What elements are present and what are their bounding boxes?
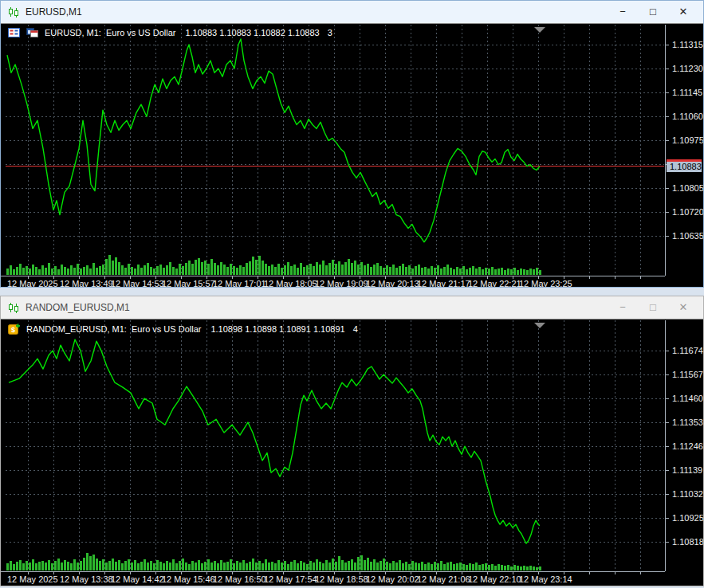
volume-bar <box>22 268 25 275</box>
volume-bar <box>207 264 210 275</box>
volume-bar <box>386 265 388 275</box>
volume-bar <box>539 270 541 275</box>
volume-bar <box>472 564 474 570</box>
price-line-series <box>9 339 540 543</box>
time-tick-label: 12 May 17:54 <box>264 574 317 584</box>
close-button[interactable]: ✕ <box>668 297 698 318</box>
time-tick-label: 12 May 22:10 <box>468 574 521 584</box>
volume-bar <box>220 262 222 275</box>
volume-bar <box>191 264 194 275</box>
volume-bar <box>83 558 85 570</box>
volume-bar <box>364 560 366 570</box>
volume-bar <box>367 558 369 570</box>
volume-bar <box>364 265 366 275</box>
volume-bar <box>137 265 140 275</box>
time-tick-label: 12 May 16:50 <box>213 574 266 584</box>
volume-bar <box>99 561 101 570</box>
volume-bar <box>185 263 187 275</box>
quotes-table-icon[interactable] <box>8 28 20 37</box>
volume-bar <box>121 563 124 570</box>
price-chart-plot[interactable] <box>6 25 664 276</box>
volume-bar <box>446 563 449 570</box>
volume-bar <box>128 559 130 570</box>
volume-bar <box>172 267 175 275</box>
close-button[interactable]: ✕ <box>668 2 698 22</box>
minimize-button[interactable]: − <box>608 297 638 318</box>
volume-bar <box>446 265 449 275</box>
volume-bar <box>45 268 47 275</box>
volume-bar <box>99 266 101 275</box>
volume-bar <box>262 261 264 275</box>
chart-client-area[interactable]: $ RANDOM_EURUSD, M1: Euro vs US Dollar 1… <box>1 319 703 586</box>
time-tick-label: 12 May 14:42 <box>111 574 164 584</box>
volume-bar <box>303 267 305 275</box>
time-tick-label: 12 May 22:21 <box>468 279 521 287</box>
volume-bar <box>386 562 388 570</box>
volume-bar <box>437 265 439 275</box>
volume-bar <box>35 267 37 275</box>
volume-bar <box>322 261 324 275</box>
volume-bar <box>26 561 28 570</box>
volume-bar <box>198 560 200 570</box>
maximize-button[interactable]: □ <box>638 297 668 318</box>
volume-bar <box>16 562 18 570</box>
volume-bar <box>236 268 238 275</box>
titlebar-random-eurusd[interactable]: RANDOM_EURUSD,M1 − □ ✕ <box>1 296 703 319</box>
volume-bar <box>48 263 50 275</box>
price-chart-plot[interactable] <box>6 320 664 571</box>
volume-bar <box>179 264 181 275</box>
volume-bar <box>421 562 423 570</box>
volume-bar <box>32 265 34 275</box>
price-axis-tick <box>666 116 669 117</box>
volume-bar <box>195 260 197 275</box>
volume-bar <box>466 269 468 275</box>
volume-bar <box>77 563 79 570</box>
volume-bar <box>16 267 18 275</box>
volume-bar <box>482 564 484 570</box>
custom-symbol-icon[interactable]: $ <box>8 323 20 335</box>
time-axis-tick <box>615 572 616 574</box>
maximize-button[interactable]: □ <box>638 2 668 22</box>
titlebar-eurusd[interactable]: EURUSD,M1 − □ ✕ <box>1 1 703 23</box>
volume-bar <box>459 269 462 275</box>
volume-bar <box>411 561 414 570</box>
volume-bar <box>201 262 203 275</box>
tiled-windows-icon[interactable] <box>26 28 38 37</box>
volume-bar <box>344 262 347 275</box>
volume-bar <box>450 268 452 275</box>
volume-bar <box>383 559 385 570</box>
volume-bar <box>357 265 360 275</box>
volume-bar <box>134 269 136 275</box>
volume-bar <box>230 264 232 275</box>
volume-bar <box>485 563 487 570</box>
price-axis[interactable]: 1.116741.115671.114601.113531.112461.111… <box>665 320 702 571</box>
volume-bar <box>89 556 92 570</box>
price-axis[interactable]: 1.113151.112301.111451.110601.109751.108… <box>665 25 702 276</box>
volume-bar <box>150 267 152 275</box>
volume-bar <box>408 564 411 570</box>
volume-bar <box>380 266 382 275</box>
volume-bar <box>405 562 407 570</box>
minimize-button[interactable]: − <box>608 2 638 22</box>
price-axis-tick <box>666 422 669 423</box>
desktop: { "desktop": {"bg": "#d9e3ef"}, "windows… <box>0 0 704 588</box>
volume-bar <box>144 265 146 275</box>
time-tick-label: 12 May 15:57 <box>162 279 215 287</box>
time-axis-tick <box>640 276 641 279</box>
volume-bar <box>214 263 216 275</box>
chart-window-random-eurusd[interactable]: RANDOM_EURUSD,M1 − □ ✕ $ RANDOM_EURUSD, … <box>0 296 704 586</box>
volume-bar <box>287 564 289 570</box>
time-axis[interactable]: 12 May 202512 May 13:4912 May 14:5312 Ma… <box>1 276 665 287</box>
volume-bar <box>83 267 85 275</box>
time-tick-label: 12 May 21:06 <box>417 574 470 584</box>
volume-bar <box>523 269 525 275</box>
volume-bar <box>472 266 474 275</box>
chart-client-area[interactable]: EURUSD, M1: Euro vs US Dollar 1.10883 1.… <box>1 23 703 287</box>
volume-bar <box>510 566 513 570</box>
time-axis[interactable]: 12 May 202512 May 13:3812 May 14:4212 Ma… <box>1 571 665 586</box>
volume-bar <box>131 267 133 275</box>
volume-bar <box>354 261 356 275</box>
price-axis-tick <box>666 398 669 399</box>
bid-price-axis-label: 1.10883 <box>667 159 702 172</box>
chart-window-eurusd[interactable]: EURUSD,M1 − □ ✕ <box>0 0 704 288</box>
